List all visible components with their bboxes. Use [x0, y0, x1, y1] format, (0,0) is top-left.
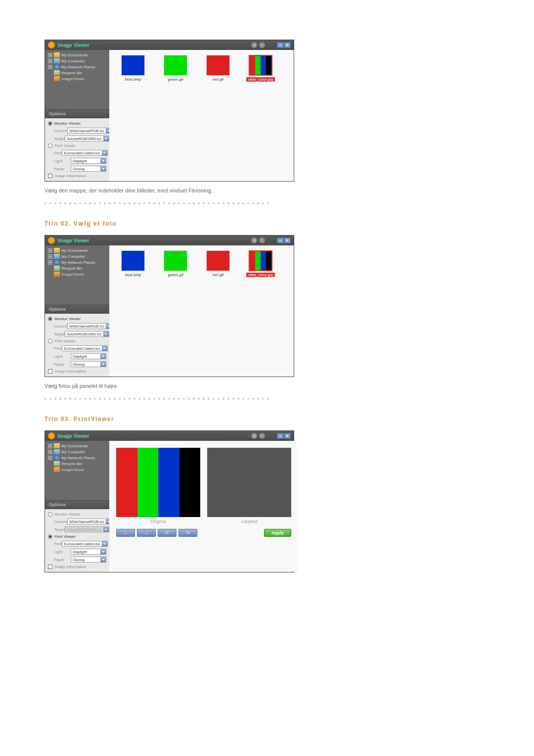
tree-item-documents[interactable]: +My Documents: [48, 52, 106, 58]
thumb-image: [164, 250, 187, 271]
preview-original: Original: [116, 448, 200, 524]
current-profile-select[interactable]: WideGamutRGB.icc: [67, 519, 112, 524]
tree-item-imageviewer[interactable]: ImageViewer: [48, 271, 106, 277]
radio-checked-icon: [48, 534, 52, 539]
gear-icon[interactable]: ⚙: [251, 42, 257, 48]
folder-icon: [54, 248, 60, 253]
thumb-viewcolor[interactable]: view_color.jpg: [244, 55, 277, 82]
thumb-image: [206, 55, 230, 76]
help-icon[interactable]: ?: [259, 42, 265, 48]
folder-tree[interactable]: +My Documents +My Computer +My Network P…: [45, 245, 109, 305]
recycle-icon: [54, 70, 60, 75]
paper-select[interactable]: Glossy: [71, 166, 106, 172]
print-viewer-radio[interactable]: Print Viewer: [48, 142, 106, 149]
gear-icon[interactable]: ⚙: [251, 433, 257, 439]
chevron-down-icon: [100, 557, 106, 562]
title-bar[interactable]: Image Viewer ⚙ ? – ×: [45, 431, 294, 441]
print-profile-select[interactable]: EuroscaleCoated.icc: [62, 150, 107, 156]
step03-title: Trin 03. PrintViewer: [44, 416, 490, 423]
tree-item-imageviewer[interactable]: ImageViewer: [48, 76, 106, 82]
recycle-icon: [54, 461, 60, 466]
thumb-green[interactable]: green.gif: [159, 55, 192, 82]
computer-icon: [54, 449, 60, 454]
preview-panel: Original Adopted ← → ↶ ↷ Apply: [109, 441, 298, 572]
minimize-button[interactable]: –: [277, 433, 284, 439]
tree-item-computer[interactable]: +My Computer: [48, 58, 106, 64]
tree-item-documents[interactable]: +My Documents: [48, 247, 106, 253]
thumb-image-selected: [249, 55, 272, 76]
print-profile-select[interactable]: EuroscaleCoated.icc: [62, 345, 107, 351]
thumb-red[interactable]: red.gif: [201, 55, 235, 82]
monitor-viewer-radio[interactable]: Monitor Viewer: [48, 120, 106, 127]
radio-unchecked-icon: [48, 512, 52, 517]
thumb-red[interactable]: red.gif: [201, 250, 235, 277]
chevron-down-icon: [100, 166, 106, 171]
help-icon[interactable]: ?: [259, 237, 265, 243]
thumbnail-panel: blue.bmp green.gif red.gif view_color.jp…: [109, 50, 294, 181]
minimize-button[interactable]: –: [277, 42, 284, 48]
print-profile-select[interactable]: EuroscaleCoated.icc: [62, 541, 107, 547]
monitor-viewer-radio[interactable]: Monitor Viewer: [48, 316, 106, 322]
light-select[interactable]: Daylight: [71, 158, 106, 164]
current-profile-select[interactable]: WideGamutRGB.icc: [67, 323, 112, 329]
tree-item-network[interactable]: +My Network Places: [48, 455, 106, 461]
paper-select[interactable]: Glossy: [71, 361, 106, 367]
step02-caption: Vælg fotos på panelet til højre.: [44, 383, 490, 389]
prev-button[interactable]: ←: [116, 529, 135, 537]
tree-item-imageviewer[interactable]: ImageViewer: [48, 467, 106, 472]
target-profile-select[interactable]: AdobeRGB1998.icc: [65, 136, 109, 142]
tree-item-computer[interactable]: +My Computer: [48, 253, 106, 259]
options-panel: Monitor Viewer CurrentWideGamutRGB.icc T…: [45, 509, 109, 572]
close-button[interactable]: ×: [284, 237, 291, 243]
window-title: Image Viewer: [58, 238, 89, 243]
gear-icon[interactable]: ⚙: [251, 237, 257, 243]
minimize-button[interactable]: –: [277, 237, 284, 243]
image-info-checkbox[interactable]: Image Information: [48, 368, 106, 375]
step01-caption: Vælg den mappe, der indeholder dine bill…: [44, 188, 490, 193]
radio-checked-icon: [48, 317, 52, 321]
rotate-ccw-button[interactable]: ↶: [158, 529, 177, 537]
options-panel: Monitor Viewer CurrentWideGamutRGB.icc T…: [45, 118, 109, 181]
help-icon[interactable]: ?: [259, 433, 265, 439]
next-button[interactable]: →: [137, 529, 156, 537]
left-panel: +My Documents +My Computer +My Network P…: [45, 441, 109, 572]
close-button[interactable]: ×: [284, 42, 291, 48]
apply-button[interactable]: Apply: [264, 529, 291, 537]
radio-unchecked-icon: [48, 339, 52, 343]
print-viewer-radio[interactable]: Print Viewer: [48, 338, 106, 344]
tree-item-network[interactable]: +My Network Places: [48, 259, 106, 265]
network-icon: [54, 64, 60, 69]
divider: [44, 202, 294, 205]
thumb-blue[interactable]: blue.bmp: [116, 55, 150, 82]
light-select[interactable]: Daylight: [71, 353, 106, 359]
tree-item-documents[interactable]: +My Documents: [48, 443, 106, 449]
folder-tree[interactable]: +My Documents +My Computer +My Network P…: [45, 50, 109, 109]
tree-item-recycle[interactable]: Recycle Bin: [48, 461, 106, 467]
close-button[interactable]: ×: [284, 433, 291, 439]
title-bar[interactable]: Image Viewer ⚙ ? – ×: [45, 40, 294, 50]
image-info-checkbox[interactable]: Image Information: [48, 173, 106, 179]
folder-tree[interactable]: +My Documents +My Computer +My Network P…: [45, 441, 109, 500]
light-select[interactable]: Daylight: [71, 549, 106, 555]
checkbox-unchecked-icon: [48, 369, 52, 374]
chevron-down-icon: [102, 150, 107, 155]
paper-select[interactable]: Glossy: [71, 557, 106, 563]
window-title: Image Viewer: [58, 43, 89, 48]
thumb-viewcolor[interactable]: view_color.jpg: [244, 250, 277, 277]
thumb-blue[interactable]: blue.bmp: [116, 250, 150, 277]
tree-item-network[interactable]: +My Network Places: [48, 64, 106, 70]
image-info-checkbox[interactable]: Image Information: [48, 564, 106, 570]
print-viewer-radio[interactable]: Print Viewer: [48, 533, 106, 540]
target-profile-select[interactable]: AdobeRGB1998.icc: [65, 331, 109, 337]
rotate-cw-button[interactable]: ↷: [178, 529, 197, 537]
title-bar[interactable]: Image Viewer ⚙ ? – ×: [45, 236, 294, 245]
thumb-green[interactable]: green.gif: [159, 250, 192, 277]
tree-item-recycle[interactable]: Recycle Bin: [48, 265, 106, 271]
preview-adopted: Adopted: [207, 448, 291, 524]
chevron-down-icon: [102, 541, 107, 546]
recycle-icon: [54, 266, 60, 271]
tree-item-computer[interactable]: +My Computer: [48, 449, 106, 455]
monitor-viewer-radio[interactable]: Monitor Viewer: [48, 511, 106, 518]
current-profile-select[interactable]: WideGamutRGB.icc: [67, 128, 112, 134]
tree-item-recycle[interactable]: Recycle Bin: [48, 70, 106, 76]
